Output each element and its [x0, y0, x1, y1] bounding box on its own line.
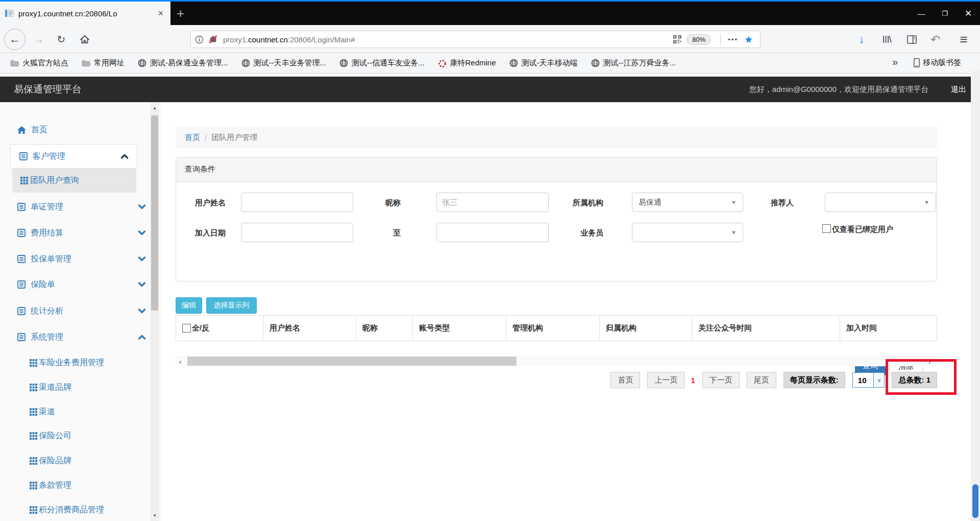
tab-close-icon[interactable]: × — [156, 8, 165, 19]
zoom-level-badge[interactable]: 80% — [687, 34, 711, 45]
choose-columns-button[interactable]: 选择显示列 — [206, 297, 257, 314]
sidebar-item-document-mgmt[interactable]: 单证管理 — [17, 196, 167, 218]
sidebar-item-customer-mgmt[interactable]: 客户管理 — [10, 144, 137, 169]
bookmarks-overflow-chevron[interactable]: » — [892, 56, 898, 68]
sidebar-item-label: 保险品牌 — [39, 456, 71, 466]
breadcrumb-home-link[interactable]: 首页 — [185, 133, 200, 143]
nickname-label: 昵称 — [370, 198, 401, 208]
bookmark-label: 常用网址 — [94, 58, 125, 68]
scroll-down-arrow[interactable]: ▼ — [150, 511, 159, 520]
sidebar-item-team-user-query[interactable]: 团队用户查询 — [12, 169, 136, 193]
select-all-checkbox[interactable] — [182, 324, 191, 333]
bookmark-tianfeng[interactable]: 测试--天丰业务管理... — [241, 58, 327, 68]
bound-only-checkbox[interactable] — [822, 224, 831, 233]
url-domain: countnet.cn — [248, 35, 288, 44]
undo-close-tab-button[interactable]: ↶ — [926, 30, 945, 49]
to-label: 至 — [390, 228, 401, 238]
pagination-last-button[interactable]: 尾页 — [747, 372, 776, 388]
filter-panel: 查询条件 用户姓名 昵称 所属机构 易保通 ▼ 推荐人 ▼ 加入日期 至 业务员… — [176, 157, 937, 281]
window-maximize-button[interactable]: ❐ — [933, 2, 957, 25]
reload-button[interactable]: ↻ — [52, 30, 70, 49]
scroll-up-arrow[interactable]: ▲ — [150, 103, 159, 112]
bookmark-redmine[interactable]: 康特Redmine — [438, 58, 496, 68]
bookmark-yibaotong[interactable]: 测试-易保通业务管理... — [138, 58, 228, 68]
bookmark-jiangsu[interactable]: 测试--江苏万舜业务... — [591, 58, 676, 68]
salesman-select[interactable]: ▼ — [632, 223, 743, 242]
hamburger-icon: ≡ — [960, 32, 967, 48]
pagination-next-button[interactable]: 下一页 — [702, 372, 740, 388]
main-content: 首页 / 团队用户管理 查询条件 用户姓名 昵称 所属机构 易保通 ▼ 推荐人 … — [162, 102, 971, 521]
page-actions-icon[interactable]: ••• — [728, 36, 738, 43]
bookmark-star-icon[interactable]: ★ — [744, 34, 753, 45]
edit-button[interactable]: 编辑 — [176, 297, 202, 314]
page-scrollbar-thumb[interactable] — [972, 484, 978, 518]
browser-tab[interactable]: proxy1.countnet.cn:20806/Lo × — [0, 2, 170, 25]
bookmark-label: 测试--信通车友业务... — [352, 58, 425, 68]
url-path: :20806/Login/Main# — [288, 35, 355, 44]
download-icon: ↓ — [859, 33, 865, 46]
window-close-button[interactable]: ✕ — [957, 2, 980, 25]
join-date-end-input[interactable] — [436, 223, 549, 242]
sidebar-item-label: 保险单 — [31, 279, 55, 290]
sidebar-scrollbar[interactable]: ▲ ▼ — [150, 102, 159, 521]
referrer-select[interactable]: ▼ — [825, 193, 936, 212]
bookmark-xintong[interactable]: 测试--信通车友业务... — [339, 58, 425, 68]
chevron-down-icon — [138, 309, 146, 314]
tab-title: proxy1.countnet.cn:20806/Lo — [18, 9, 152, 18]
grid-icon — [30, 457, 37, 465]
bookmark-tianfeng-mobile[interactable]: 测试-天丰移动端 — [509, 58, 578, 68]
pagination-first-button[interactable]: 首页 — [610, 372, 640, 388]
sidebar-item-home[interactable]: 首页 — [17, 119, 167, 141]
sidebar-item-policy-app-mgmt[interactable]: 投保单管理 — [17, 248, 167, 270]
pagination-prev-button[interactable]: 上一页 — [647, 372, 684, 388]
undo-icon: ↶ — [930, 33, 940, 46]
scroll-left-arrow[interactable]: ‹ — [176, 356, 185, 366]
page-scrollbar[interactable] — [971, 70, 980, 521]
select-all-label: 全/反 — [192, 323, 209, 333]
sidebar-item-statistics[interactable]: 统计分析 — [17, 300, 167, 322]
sidebar-item-label: 积分消费商品管理 — [39, 505, 104, 515]
h-scrollbar-thumb[interactable] — [187, 357, 517, 366]
back-button[interactable]: ← — [4, 29, 26, 50]
logout-link[interactable]: 退出 — [951, 85, 966, 94]
org-select[interactable]: 易保通 ▼ — [632, 193, 743, 212]
plugin-blocked-icon[interactable] — [208, 35, 218, 44]
sidebar-item-insurance-policy[interactable]: 保险单 — [17, 273, 167, 296]
bookmark-folder-firefox[interactable]: 火狐官方站点 — [10, 58, 68, 68]
doc-list-icon — [17, 333, 26, 341]
url-text[interactable]: proxy1.countnet.cn:20806/Login/Main# — [223, 35, 673, 44]
nickname-input[interactable] — [436, 193, 549, 212]
chevron-down-icon — [138, 282, 146, 287]
library-button[interactable] — [877, 30, 896, 49]
url-bar[interactable]: proxy1.countnet.cn:20806/Login/Main# 80%… — [190, 31, 761, 48]
globe-icon — [509, 59, 518, 67]
home-icon — [17, 126, 26, 134]
sidebar-item-label: 投保单管理 — [31, 254, 71, 265]
select-caret-icon: ∨ — [873, 373, 884, 387]
join-date-input[interactable] — [241, 223, 353, 242]
username-input[interactable] — [241, 193, 353, 212]
page-info-icon[interactable] — [195, 35, 204, 44]
sidebar-scrollbar-thumb[interactable] — [151, 115, 158, 311]
bookmark-label: 康特Redmine — [450, 58, 496, 68]
menu-button[interactable]: ≡ — [954, 30, 973, 49]
sidebar-panel-icon — [907, 35, 917, 44]
breadcrumb: 首页 / 团队用户管理 — [176, 127, 937, 148]
window-minimize-button[interactable]: — — [910, 2, 933, 25]
sidebar-item-fee-settlement[interactable]: 费用结算 — [17, 222, 167, 244]
forward-button[interactable]: → — [30, 30, 48, 49]
sidebar-item-system-mgmt[interactable]: 系统管理 — [17, 326, 167, 348]
home-button[interactable] — [76, 30, 94, 49]
sidebar-item-label: 条款管理 — [39, 480, 71, 491]
qr-extension-icon[interactable] — [673, 35, 681, 43]
sidebar-toggle-button[interactable] — [902, 30, 921, 49]
org-label: 所属机构 — [559, 198, 603, 208]
chevron-up-icon — [138, 335, 146, 340]
bookmark-folder-common[interactable]: 常用网址 — [82, 58, 125, 68]
new-tab-button[interactable]: + — [177, 7, 184, 20]
downloads-button[interactable]: ↓ — [852, 30, 871, 49]
pagination-current-page: 1 — [691, 376, 695, 385]
mobile-bookmarks[interactable]: 移动版书签 — [914, 58, 961, 67]
table-h-scrollbar[interactable]: ‹ › — [176, 356, 937, 366]
page-size-select[interactable]: 10 ∨ — [852, 372, 885, 388]
